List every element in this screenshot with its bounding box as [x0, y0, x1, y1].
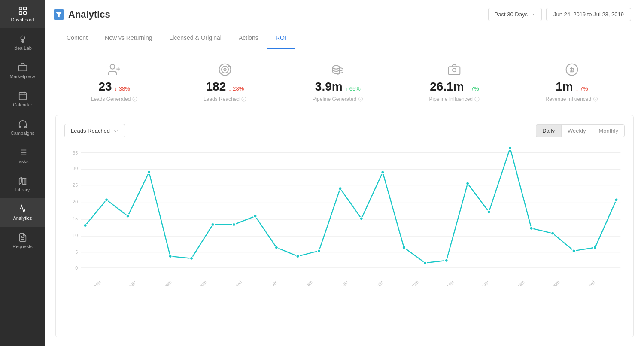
- svg-text:Tue, Jul 2nd: Tue, Jul 2nd: [225, 280, 243, 287]
- svg-rect-10: [19, 127, 21, 128]
- svg-rect-48: [449, 67, 460, 75]
- chart-dot: [105, 198, 108, 202]
- tab-new-vs-returning[interactable]: New vs Returning: [96, 27, 161, 49]
- svg-marker-29: [56, 12, 61, 17]
- svg-point-49: [453, 68, 456, 72]
- chart-dot: [615, 198, 618, 202]
- pipeline-influenced-change: ↑ 7%: [467, 85, 479, 92]
- svg-text:Wed, Jul 10th: Wed, Jul 10th: [364, 280, 384, 287]
- svg-text:20: 20: [73, 199, 78, 204]
- stat-leads-generated: 23 ↓ 38% Leads Generated: [91, 62, 138, 102]
- chart-svg-wrapper: 0 5 10 15 20 25 30 35 Mon, Jun 24th Wed,…: [64, 144, 625, 286]
- chart-dot: [402, 246, 406, 249]
- chart-dot: [593, 246, 597, 249]
- svg-text:0: 0: [75, 265, 78, 270]
- svg-point-4: [21, 36, 24, 40]
- period-monthly-button[interactable]: Monthly: [592, 124, 625, 137]
- leads-reached-change: ↓ 28%: [228, 85, 244, 92]
- leads-generated-change: ↓ 38%: [115, 85, 130, 92]
- svg-point-37: [222, 66, 228, 73]
- tab-roi[interactable]: ROI: [267, 27, 295, 49]
- stat-leads-reached: 182 ↓ 28% Leads Reached: [204, 62, 246, 102]
- pipeline-generated-value: 3.9m: [315, 80, 343, 94]
- svg-text:10: 10: [73, 233, 78, 238]
- svg-point-36: [219, 64, 231, 76]
- svg-point-44: [333, 66, 340, 69]
- svg-text:30: 30: [73, 166, 78, 171]
- sidebar-item-tasks[interactable]: Tasks: [0, 142, 45, 170]
- chart-dot: [211, 223, 215, 226]
- chart-dot: [84, 224, 87, 227]
- stats-row: 23 ↓ 38% Leads Generated 182 ↓ 28: [45, 49, 644, 111]
- svg-text:5: 5: [75, 249, 78, 255]
- leads-reached-value: 182: [206, 80, 226, 94]
- tab-actions[interactable]: Actions: [230, 27, 267, 49]
- revenue-influenced-change: ↓ 7%: [576, 85, 588, 92]
- sidebar-item-idea-lab[interactable]: Idea Lab: [0, 28, 45, 57]
- leads-reached-label: Leads Reached: [204, 96, 246, 102]
- chart-period-buttons: Daily Weekly Monthly: [536, 124, 625, 137]
- pipeline-influenced-value: 26.1m: [430, 80, 464, 94]
- chart-dot: [423, 261, 427, 265]
- date-range-display: Jun 24, 2019 to Jul 23, 2019: [546, 8, 631, 21]
- stat-pipeline-generated: 3.9m ↑ 65% Pipeline Generated: [312, 62, 363, 102]
- chart-dot: [147, 170, 151, 174]
- chart-dot: [232, 223, 236, 226]
- svg-text:Sun, Jun 30th: Sun, Jun 30th: [188, 280, 208, 287]
- revenue-influenced-label: Revenue Influenced: [545, 96, 598, 102]
- chart-dot: [126, 215, 130, 218]
- sidebar-item-library[interactable]: Library: [0, 170, 45, 198]
- chart-metric-dropdown[interactable]: Leads Reached: [64, 124, 125, 137]
- svg-text:Wed, Jun 26th: Wed, Jun 26th: [116, 280, 137, 287]
- svg-point-30: [110, 64, 115, 69]
- sidebar-item-analytics[interactable]: Analytics: [0, 198, 45, 227]
- svg-rect-11: [24, 127, 26, 128]
- svg-line-21: [19, 183, 21, 185]
- svg-text:Sat, Jul 6th: Sat, Jul 6th: [296, 280, 313, 287]
- chart-dot: [169, 255, 172, 258]
- tab-content[interactable]: Content: [58, 27, 96, 49]
- svg-text:Sat, Jul 20th: Sat, Jul 20th: [542, 280, 560, 287]
- svg-text:35: 35: [73, 150, 78, 155]
- sidebar-item-requests[interactable]: Requests: [0, 227, 45, 255]
- chart-dot: [296, 255, 300, 258]
- sidebar-item-marketplace[interactable]: Marketplace: [0, 57, 45, 85]
- svg-text:Mon, Jun 24th: Mon, Jun 24th: [81, 280, 102, 287]
- period-weekly-button[interactable]: Weekly: [561, 124, 592, 137]
- svg-text:Thu, Jul 4th: Thu, Jul 4th: [261, 280, 278, 287]
- date-range-button[interactable]: Past 30 Days: [488, 8, 542, 21]
- sidebar: Dashboard Idea Lab Marketplace Calendar: [0, 0, 45, 346]
- leads-generated-value: 23: [98, 80, 112, 94]
- header-right: Past 30 Days Jun 24, 2019 to Jul 23, 201…: [488, 8, 631, 21]
- revenue-influenced-value: 1m: [556, 80, 573, 94]
- pipeline-influenced-label: Pipeline Influenced: [429, 96, 480, 102]
- pipeline-generated-label: Pipeline Generated: [312, 96, 363, 102]
- svg-line-19: [19, 177, 21, 179]
- page-header: Analytics Past 30 Days Jun 24, 2019 to J…: [45, 0, 644, 27]
- chart-dot: [254, 215, 257, 218]
- chart-area: Leads Reached Daily Weekly Monthly: [55, 115, 634, 337]
- svg-point-38: [224, 68, 226, 70]
- svg-text:Mon, Jul 22nd: Mon, Jul 22nd: [576, 280, 596, 287]
- target-icon: [217, 62, 233, 77]
- tab-licensed-original[interactable]: Licensed & Original: [161, 27, 230, 49]
- sidebar-item-dashboard[interactable]: Dashboard: [0, 0, 45, 28]
- svg-rect-5: [18, 65, 26, 71]
- svg-text:Sun, Jul 14th: Sun, Jul 14th: [435, 280, 455, 287]
- svg-rect-3: [23, 12, 26, 14]
- chart-dot: [317, 249, 321, 252]
- period-daily-button[interactable]: Daily: [536, 124, 561, 137]
- coins-icon: [330, 62, 346, 77]
- dollar-circle-icon: [564, 62, 580, 77]
- header-left: Analytics: [54, 9, 110, 20]
- chart-dot: [508, 146, 512, 150]
- sidebar-item-calendar[interactable]: Calendar: [0, 85, 45, 113]
- chart-dot: [445, 259, 448, 262]
- svg-rect-0: [19, 7, 21, 10]
- chart-dot: [190, 257, 193, 260]
- sidebar-item-campaigns[interactable]: Campaigns: [0, 113, 45, 142]
- svg-rect-2: [19, 12, 21, 14]
- chart-dot: [360, 217, 363, 220]
- chart-dot: [551, 232, 554, 235]
- chart-dot: [530, 227, 533, 230]
